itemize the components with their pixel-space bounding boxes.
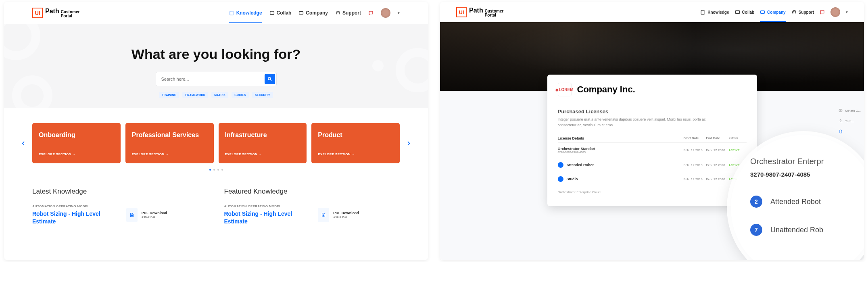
logo-wordmark: Path bbox=[469, 7, 483, 14]
logo-wordmark: Path bbox=[45, 8, 59, 15]
zoom-row: 2 Attended Robot bbox=[750, 192, 864, 208]
search-button[interactable] bbox=[265, 74, 275, 84]
licenses-heading: Purchased Licenses bbox=[558, 108, 747, 115]
nav-knowledge[interactable]: Knowledge bbox=[700, 10, 729, 15]
explore-link[interactable]: EXPLORE SECTION → bbox=[318, 152, 393, 156]
file-icon: 🗎 bbox=[318, 208, 329, 222]
card-onboarding[interactable]: Onboarding EXPLORE SECTION → bbox=[32, 123, 121, 163]
mail-icon bbox=[839, 108, 843, 113]
avatar[interactable] bbox=[830, 7, 840, 17]
licenses-table: License Details Start Date End Date Stat… bbox=[558, 134, 747, 198]
robot-icon bbox=[558, 162, 563, 168]
latest-heading: Latest Knowledge bbox=[32, 188, 208, 196]
book-icon bbox=[229, 10, 234, 16]
company-screenshot: Ui Path Customer Portal Knowledge Collab… bbox=[440, 2, 864, 260]
table-row[interactable]: Studio Feb. 12 2019 Feb. 12 2020 ACTIVE bbox=[558, 172, 747, 186]
support-icon bbox=[335, 10, 340, 16]
svg-point-2 bbox=[268, 77, 271, 80]
chat-icon[interactable] bbox=[820, 10, 825, 15]
category-carousel: ‹ › Onboarding EXPLORE SECTION → Profess… bbox=[4, 108, 428, 175]
chat-icon[interactable] bbox=[368, 10, 373, 16]
search-input[interactable] bbox=[157, 73, 265, 85]
nav-support[interactable]: Support bbox=[791, 10, 814, 15]
avatar[interactable] bbox=[381, 8, 390, 18]
file-icon: 🗎 bbox=[126, 208, 138, 222]
logo-mark: Ui bbox=[32, 8, 43, 18]
tag-framework[interactable]: FRAMEWORK bbox=[182, 92, 208, 98]
licenses-desc: Integer posuere erat a ante venenatis da… bbox=[558, 117, 707, 128]
collab-icon bbox=[735, 10, 740, 15]
logo[interactable]: Ui Path Customer Portal bbox=[32, 8, 79, 18]
nav-company[interactable]: Company bbox=[298, 10, 328, 16]
carousel-next[interactable]: › bbox=[407, 138, 410, 148]
tag-guides[interactable]: GUIDES bbox=[232, 92, 249, 98]
company-icon bbox=[760, 10, 765, 15]
zoom-row: 7 Unattended Rob bbox=[750, 220, 864, 236]
count-badge: 2 bbox=[750, 196, 762, 208]
knowledge-download[interactable]: 🗎 PDF Download 146.5 KB bbox=[318, 204, 400, 225]
company-logo: ◆ LOREM bbox=[558, 83, 572, 96]
studio-icon bbox=[558, 176, 563, 182]
svg-rect-4 bbox=[761, 10, 765, 13]
hero: What are you looking for? TRAINING FRAME… bbox=[4, 24, 428, 108]
carousel-prev[interactable]: ‹ bbox=[22, 138, 25, 148]
chevron-down-icon[interactable]: ▾ bbox=[846, 10, 848, 14]
side-item[interactable]: Tem... bbox=[839, 119, 861, 123]
count-badge: 7 bbox=[750, 224, 762, 236]
table-row[interactable]: Orchestrator Enterprise Cloud bbox=[558, 186, 747, 198]
company-name: Company Inc. bbox=[577, 84, 635, 95]
carousel-dots[interactable] bbox=[32, 169, 400, 171]
card-product[interactable]: Product EXPLORE SECTION → bbox=[311, 123, 400, 163]
nav-company[interactable]: Company bbox=[760, 10, 786, 15]
explore-link[interactable]: EXPLORE SECTION → bbox=[132, 152, 207, 156]
collab-icon bbox=[269, 10, 275, 16]
knowledge-download[interactable]: 🗎 PDF Download 146.5 KB bbox=[126, 204, 208, 225]
logo[interactable]: Ui Path Customer Portal bbox=[456, 7, 503, 17]
card-professional-services[interactable]: Professional Services EXPLORE SECTION → bbox=[125, 123, 214, 163]
search-tags: TRAINING FRAMEWORK MATRIX GUIDES SECURIT… bbox=[4, 92, 428, 98]
side-contact-list: UiPath C... Tem... bbox=[839, 108, 861, 133]
header: Ui Path Customer Portal Knowledge Collab… bbox=[440, 2, 864, 22]
chevron-down-icon[interactable]: ▾ bbox=[398, 11, 400, 15]
knowledge-article[interactable]: AUTOMATION OPERATING MODEL Robot Sizing … bbox=[224, 204, 306, 225]
search-box bbox=[156, 72, 277, 86]
knowledge-screenshot: Ui Path Customer Portal Knowledge Collab bbox=[4, 2, 428, 260]
zoom-title: Orchestrator Enterpr bbox=[750, 157, 864, 166]
featured-heading: Featured Knowledge bbox=[224, 188, 400, 196]
table-row[interactable]: Attended Robot Feb. 12 2019 Feb. 12 2020… bbox=[558, 158, 747, 172]
tag-security[interactable]: SECURITY bbox=[252, 92, 273, 98]
nav-collab[interactable]: Collab bbox=[269, 10, 292, 16]
doc-icon bbox=[839, 129, 843, 133]
logo-subtitle: Customer Portal bbox=[485, 9, 504, 17]
knowledge-article[interactable]: AUTOMATION OPERATING MODEL Robot Sizing … bbox=[32, 204, 114, 225]
company-icon bbox=[298, 10, 304, 16]
explore-link[interactable]: EXPLORE SECTION → bbox=[225, 152, 300, 156]
tag-matrix[interactable]: MATRIX bbox=[211, 92, 228, 98]
knowledge-section: Latest Knowledge AUTOMATION OPERATING MO… bbox=[4, 175, 428, 242]
latest-knowledge: Latest Knowledge AUTOMATION OPERATING MO… bbox=[32, 188, 208, 225]
side-item[interactable] bbox=[839, 129, 861, 133]
card-infrastructure[interactable]: Infrastructure EXPLORE SECTION → bbox=[219, 123, 307, 163]
svg-rect-3 bbox=[735, 10, 739, 14]
search-icon bbox=[267, 77, 272, 81]
book-icon bbox=[700, 10, 705, 15]
tag-training[interactable]: TRAINING bbox=[159, 92, 179, 98]
top-nav: Knowledge Collab Company Support ▾ bbox=[229, 8, 400, 18]
logo-mark: Ui bbox=[456, 7, 467, 17]
logo-subtitle: Customer Portal bbox=[61, 10, 80, 18]
zoom-license-code: 3270-9807-2407-4085 bbox=[750, 171, 864, 178]
user-icon bbox=[839, 119, 843, 123]
nav-collab[interactable]: Collab bbox=[735, 10, 755, 15]
support-icon bbox=[791, 10, 797, 15]
featured-knowledge: Featured Knowledge AUTOMATION OPERATING … bbox=[224, 188, 400, 225]
table-row[interactable]: Orchestrator Standart3270-9807-2407-4085… bbox=[558, 143, 747, 158]
nav-support[interactable]: Support bbox=[335, 10, 361, 16]
hero-title: What are you looking for? bbox=[4, 46, 428, 62]
nav-knowledge[interactable]: Knowledge bbox=[229, 10, 262, 16]
header: Ui Path Customer Portal Knowledge Collab bbox=[4, 2, 428, 24]
svg-rect-1 bbox=[299, 11, 303, 14]
side-item[interactable]: UiPath C... bbox=[839, 108, 861, 113]
explore-link[interactable]: EXPLORE SECTION → bbox=[39, 152, 114, 156]
svg-rect-0 bbox=[270, 11, 274, 15]
company-card: ◆ LOREM Company Inc. Purchased Licenses … bbox=[547, 75, 757, 206]
